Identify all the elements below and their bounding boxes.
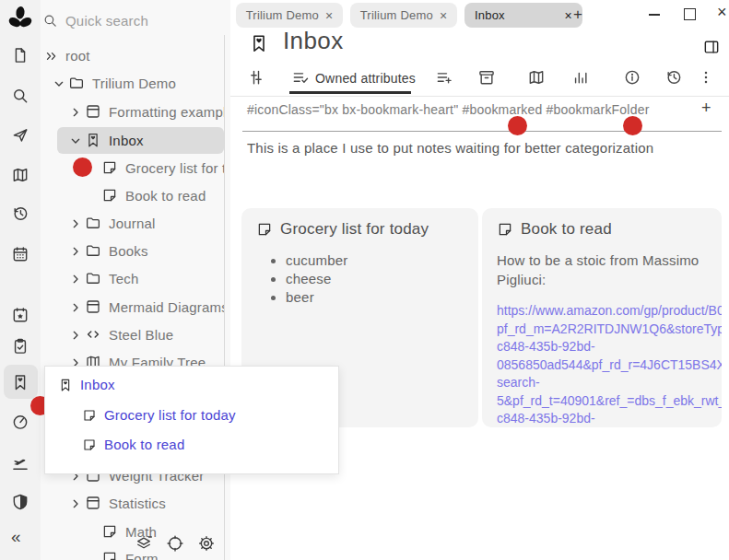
book-icon [85,298,103,317]
note-map-icon[interactable] [527,68,547,88]
tree-item-book-to-read[interactable]: Book to read [41,182,225,209]
tree-item-mermaid-diagrams[interactable]: Mermaid Diagrams [41,294,225,321]
basic-properties-icon[interactable] [247,68,267,88]
amazon-link[interactable]: https://www.amazon.com/gp/product/B0 pf_… [497,302,722,427]
red-marker-bookmarkfolder-attr [623,116,642,135]
note-icon [101,159,120,178]
link-line: 0856850ad544&pf_rd_r=4J6CT15BS4X86 [497,356,722,375]
tree-item-label: Formatting example [109,104,225,120]
note-description: This is a place I use to put notes waiti… [247,140,653,156]
recent-changes-icon[interactable] [7,201,33,227]
child-note-card-book: Book to read How to be a stoic from Mass… [482,208,722,427]
popup-item-book-to-read[interactable]: Book to read [82,437,184,452]
double-chevron-right-icon [43,49,62,64]
new-tab-button[interactable]: + [573,6,582,24]
tree-action-buttons [133,532,218,554]
window-maximize-button[interactable] [684,8,696,20]
book-icon [85,495,103,513]
tree-settings-gear-icon[interactable] [195,532,218,554]
travel-icon[interactable] [7,450,33,476]
add-attribute-button[interactable]: + [701,99,711,118]
chevron-down-icon[interactable] [68,134,85,148]
popup-item-label: Inbox [80,377,115,392]
popup-item-label: Grocery list for today [104,407,236,423]
collapse-tree-icon[interactable] [133,532,155,554]
tab-trilium-demo-1[interactable]: Trilium Demo × [236,3,343,28]
chevron-right-icon[interactable] [68,244,85,259]
link-line: c848-435b-92bd- [497,338,722,356]
note-title[interactable]: Inbox [283,27,344,55]
window-minimize-button[interactable] [649,14,660,16]
task-list-icon[interactable] [7,333,33,359]
tab-trilium-demo-2[interactable]: Trilium Demo × [350,3,457,28]
quick-search[interactable]: Quick search [41,9,148,31]
trilium-window: « Quick search root Trilium Demo Formatt… [0,0,729,560]
tab-inbox-active[interactable]: Inbox × [464,3,582,28]
shield-icon[interactable] [7,489,33,515]
chevron-right-icon[interactable] [68,272,85,286]
chevron-right-icon[interactable] [68,300,85,315]
tree-item-grocery-list[interactable]: Grocery list for today [41,155,225,181]
chevron-right-icon[interactable] [68,105,85,120]
tab-close-icon[interactable]: × [325,8,333,23]
card-title-book[interactable]: Book to read [497,220,722,239]
book-icon [85,103,103,122]
bookmark-heart-icon [249,33,269,53]
split-pane-icon[interactable] [702,38,721,56]
gauge-icon[interactable] [7,409,33,435]
chevron-right-icon[interactable] [68,216,85,231]
revisions-history-icon[interactable] [664,68,685,88]
ribbon-bottom-border [230,96,729,97]
collapse-sidebar-icon[interactable]: « [11,527,21,547]
chevron-right-icon[interactable] [68,328,85,343]
tree-item-label: root [65,48,90,64]
tab-close-icon[interactable]: × [565,8,572,23]
scroll-to-active-note-icon[interactable] [164,532,186,554]
search-icon[interactable] [7,83,33,109]
similar-notes-chart-icon[interactable] [571,68,592,88]
trilium-logo-icon [6,6,34,33]
new-note-icon[interactable] [7,42,33,68]
tree-item-steel-blue[interactable]: Steel Blue [41,321,225,348]
chevron-right-icon[interactable] [68,496,85,511]
note-map-icon[interactable] [7,162,33,188]
popup-item-inbox[interactable]: Inbox [58,377,115,392]
tree-item-root[interactable]: root [41,42,225,69]
owned-attributes-editor[interactable]: #iconClass="bx bx-bookmark-heart" #bookm… [247,102,650,117]
more-options-dots-icon[interactable] [697,68,717,88]
list-item: cheese [286,270,478,288]
tree-item-inbox[interactable]: Inbox [57,127,224,154]
tab-owned-attributes[interactable]: Owned attributes [315,71,416,86]
tab-close-icon[interactable]: × [440,8,447,23]
chevron-down-icon[interactable] [52,76,68,91]
note-paths-archive-icon[interactable] [477,68,498,88]
tree-item-label: Steel Blue [109,327,173,343]
link-line: search- [497,374,722,392]
grocery-list: cucumber cheese beer [256,251,478,307]
calendar-icon[interactable] [7,241,33,267]
tree-item-tech[interactable]: Tech [41,265,225,292]
today-note-icon[interactable] [7,302,33,328]
tree-item-statistics[interactable]: Statistics [41,490,225,517]
owned-attributes-icon[interactable] [291,68,312,88]
popup-item-grocery-list[interactable]: Grocery list for today [82,407,236,423]
note-icon [101,187,120,205]
link-line: c848-435b-92bd- [497,410,722,427]
card-title-grocery[interactable]: Grocery list for today [256,220,478,239]
note-info-icon[interactable] [623,68,643,88]
jump-to-note-icon[interactable] [7,122,33,148]
bookmark-folder-inbox-icon[interactable] [7,369,33,395]
window-close-button[interactable]: × [717,4,727,20]
red-marker-bookmarked-attr [508,116,527,135]
note-icon [82,438,97,452]
tree-item-books[interactable]: Books [41,238,225,264]
tree-item-formatting-example[interactable]: Formatting example [41,99,225,125]
inherited-attributes-icon[interactable] [435,68,455,88]
note-icon [101,523,120,542]
search-icon [42,13,58,29]
tree-item-label: Mermaid Diagrams [109,299,225,315]
tree-pane-divider [224,35,225,560]
tree-item-trilium-demo[interactable]: Trilium Demo [41,70,225,97]
popup-item-label: Book to read [104,437,184,452]
tree-item-journal[interactable]: Journal [41,210,225,237]
